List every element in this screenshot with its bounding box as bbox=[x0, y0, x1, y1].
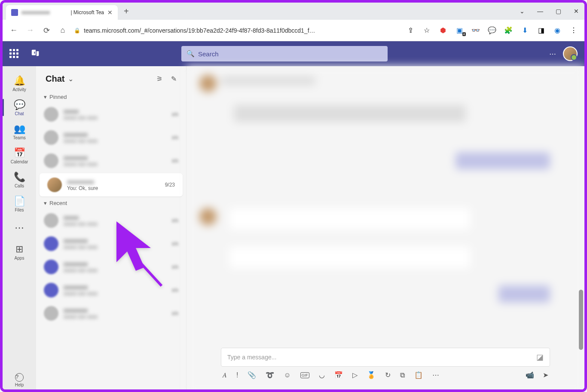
search-input[interactable]: 🔍 Search bbox=[181, 46, 388, 61]
rail-calendar[interactable]: 📅Calendar bbox=[3, 144, 36, 168]
rail-chat[interactable]: 💬Chat bbox=[3, 95, 36, 119]
conversation-blurred bbox=[186, 66, 584, 392]
new-chat-icon[interactable]: ✎ bbox=[171, 75, 177, 83]
profile-icon[interactable]: ◉ bbox=[553, 26, 562, 35]
help-icon: ? bbox=[15, 373, 24, 382]
extension-chat-icon[interactable]: 💬 bbox=[487, 26, 497, 35]
extension-icon[interactable]: 👓 bbox=[471, 26, 480, 35]
chat-preview: You: Ok, sure bbox=[67, 185, 160, 191]
priority-icon[interactable]: ! bbox=[236, 371, 238, 379]
close-window-button[interactable]: ✕ bbox=[572, 8, 581, 15]
emoji-icon[interactable]: ☺ bbox=[284, 371, 290, 379]
extension-badge-icon[interactable]: ▣4 bbox=[455, 26, 464, 35]
phone-icon: 📞 bbox=[14, 172, 25, 183]
loop-icon[interactable]: ➰ bbox=[266, 371, 274, 379]
new-tab-button[interactable]: + bbox=[124, 6, 129, 16]
rail-files[interactable]: 📄Files bbox=[3, 192, 36, 216]
chat-item-selected[interactable]: xxxxxxxxx You: Ok, sure 9/23 bbox=[40, 173, 183, 196]
approvals-icon[interactable]: 🏅 bbox=[367, 371, 376, 379]
bookmark-star-icon[interactable]: ☆ bbox=[422, 26, 431, 35]
rail-activity[interactable]: 🔔Activity bbox=[3, 71, 36, 95]
share-icon[interactable]: ⇪ bbox=[406, 26, 415, 35]
teams-header: 🔍 Search ⋯ bbox=[3, 41, 584, 66]
downloads-icon[interactable]: ⬇ bbox=[520, 26, 529, 35]
send-button[interactable]: ➤ bbox=[543, 371, 548, 379]
chat-item[interactable]: xxxxxxxxxxxxx xxx xxxxx/x bbox=[36, 149, 186, 172]
more-icon: ⋯ bbox=[15, 222, 24, 233]
svg-line-0 bbox=[138, 260, 162, 286]
caret-icon: ▾ bbox=[44, 94, 47, 100]
browser-menu-icon[interactable]: ⋮ bbox=[569, 26, 578, 35]
chevron-down-icon[interactable]: ⌄ bbox=[517, 8, 527, 15]
scrollbar[interactable] bbox=[579, 290, 583, 350]
rail-calls[interactable]: 📞Calls bbox=[3, 168, 36, 192]
compose-more-icon[interactable]: ⋯ bbox=[432, 371, 439, 379]
compose-toolbar: 𝐴 ! 📎 ➰ ☺ GIF ◡ 📅 ▷ 🏅 ↻ ⧉ 📋 ⋯ 📹 ➤ bbox=[221, 367, 550, 383]
chat-time: 9/23 bbox=[165, 182, 175, 188]
chat-name: xxxxxxxxx bbox=[67, 178, 160, 185]
minimize-button[interactable]: — bbox=[535, 8, 545, 15]
video-icon[interactable]: 📹 bbox=[526, 371, 534, 379]
copy-icon[interactable]: ⧉ bbox=[400, 371, 405, 379]
home-button[interactable]: ⌂ bbox=[58, 25, 68, 36]
schedule-icon[interactable]: 📅 bbox=[334, 371, 343, 379]
compose-expand-icon[interactable]: ◪ bbox=[536, 352, 544, 362]
sidepanel-icon[interactable]: ◨ bbox=[536, 26, 546, 35]
tab-close-icon[interactable]: ✕ bbox=[107, 9, 113, 16]
chat-panel-title: Chat bbox=[46, 74, 64, 84]
browser-tab[interactable]: xxxxxxxxxxx | Microsoft Tea ✕ bbox=[6, 5, 118, 20]
file-icon: 📄 bbox=[14, 196, 25, 207]
message-placeholder: Type a message... bbox=[227, 354, 276, 361]
chat-icon: 💬 bbox=[14, 99, 25, 110]
format-icon[interactable]: 𝐴 bbox=[223, 371, 227, 379]
stream-icon[interactable]: ▷ bbox=[352, 371, 358, 379]
apps-icon: ⊞ bbox=[15, 244, 23, 255]
back-button[interactable]: ← bbox=[9, 25, 19, 36]
search-placeholder: Search bbox=[198, 50, 219, 58]
reload-button[interactable]: ⟳ bbox=[41, 25, 52, 36]
browser-titlebar: xxxxxxxxxxx | Microsoft Tea ✕ + ⌄ — ▢ ✕ bbox=[3, 3, 584, 20]
window-controls: ⌄ — ▢ ✕ bbox=[517, 8, 581, 15]
calendar-icon: 📅 bbox=[14, 147, 25, 159]
conversation-area: Type a message... ◪ 𝐴 ! 📎 ➰ ☺ GIF ◡ 📅 ▷ … bbox=[186, 66, 584, 392]
caret-icon: ▾ bbox=[44, 200, 47, 206]
teams-favicon bbox=[11, 9, 18, 16]
url-text: teams.microsoft.com/_#/conversations/19:… bbox=[84, 27, 315, 34]
browser-toolbar: ← → ⟳ ⌂ 🔒 teams.microsoft.com/_#/convers… bbox=[3, 20, 584, 41]
attach-icon[interactable]: 📎 bbox=[248, 371, 256, 379]
tab-title-suffix: | Microsoft Tea bbox=[70, 9, 104, 15]
forms-icon[interactable]: 📋 bbox=[414, 371, 423, 379]
lock-icon: 🔒 bbox=[74, 28, 80, 34]
search-icon: 🔍 bbox=[186, 50, 195, 58]
message-input[interactable]: Type a message... ◪ bbox=[221, 348, 550, 367]
forward-button[interactable]: → bbox=[25, 25, 35, 36]
filter-icon[interactable]: ⚞ bbox=[156, 75, 162, 83]
app-body: 🔔Activity 💬Chat 👥Teams 📅Calendar 📞Calls … bbox=[3, 66, 584, 392]
rail-help[interactable]: ?Help bbox=[3, 368, 36, 392]
extensions-puzzle-icon[interactable]: 🧩 bbox=[504, 26, 513, 35]
header-more-icon[interactable]: ⋯ bbox=[549, 50, 556, 58]
maximize-button[interactable]: ▢ bbox=[553, 8, 563, 15]
chat-panel-header: Chat ⌄ ⚞ ✎ bbox=[36, 66, 186, 91]
chat-item[interactable]: xxxxxxxxxx xxx xxxxx/x bbox=[36, 103, 186, 126]
sticker-icon[interactable]: ◡ bbox=[319, 371, 325, 379]
rail-teams[interactable]: 👥Teams bbox=[3, 119, 36, 144]
pinned-section[interactable]: ▾Pinned bbox=[36, 91, 186, 103]
updates-icon[interactable]: ↻ bbox=[385, 371, 391, 379]
adblock-icon[interactable]: ⬢ bbox=[438, 26, 448, 35]
teams-icon: 👥 bbox=[14, 123, 25, 135]
user-avatar[interactable] bbox=[563, 46, 578, 61]
recent-section[interactable]: ▾Recent bbox=[36, 197, 186, 209]
rail-more[interactable]: ⋯ bbox=[3, 216, 36, 240]
gif-icon[interactable]: GIF bbox=[300, 372, 309, 378]
teams-logo-icon[interactable] bbox=[31, 48, 40, 60]
rail-apps[interactable]: ⊞Apps bbox=[3, 240, 36, 264]
chevron-down-icon[interactable]: ⌄ bbox=[68, 75, 73, 83]
compose-area: Type a message... ◪ 𝐴 ! 📎 ➰ ☺ GIF ◡ 📅 ▷ … bbox=[221, 348, 550, 383]
chat-item[interactable]: xxxxxxxxxxxxx xxx xxxxx/x bbox=[36, 302, 186, 325]
annotation-cursor bbox=[114, 219, 166, 290]
chat-item[interactable]: xxxxxxxxxxxxx xxx xxxxx/x bbox=[36, 126, 186, 149]
app-launcher-icon[interactable] bbox=[9, 49, 19, 58]
address-bar[interactable]: 🔒 teams.microsoft.com/_#/conversations/1… bbox=[74, 27, 400, 34]
bell-icon: 🔔 bbox=[14, 75, 25, 86]
